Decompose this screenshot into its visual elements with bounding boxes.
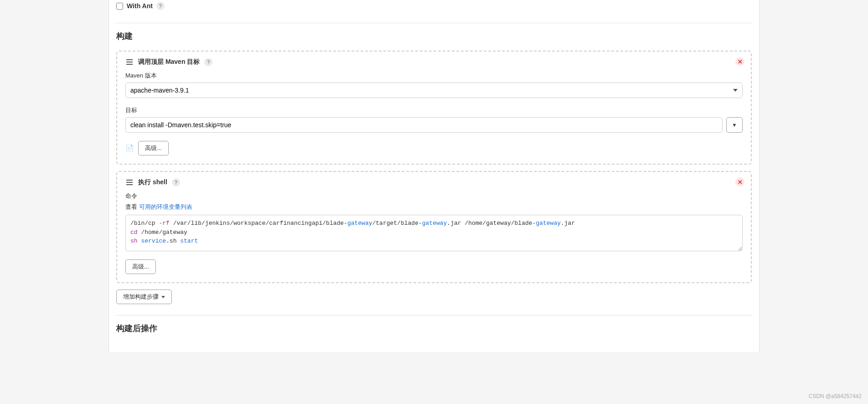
add-build-step-button[interactable]: 增加构建步骤 (116, 290, 172, 304)
maven-goal-input[interactable] (125, 117, 723, 133)
advanced-button[interactable]: 高级... (138, 141, 169, 155)
maven-version-field: Maven 版本 apache-maven-3.9.1 (125, 72, 743, 98)
maven-step-title: 调用顶层 Maven 目标 (138, 58, 200, 66)
maven-goal-label: 目标 (125, 106, 743, 114)
divider (116, 23, 752, 23)
add-build-step-label: 增加构建步骤 (123, 293, 159, 301)
drag-handle-icon[interactable] (125, 58, 134, 66)
shell-build-step: ✕ 执行 shell ? 命令 查看 可用的环境变量列表 /bin/cp -rf… (116, 171, 752, 283)
close-icon[interactable]: ✕ (735, 57, 744, 66)
shell-command-label: 命令 (125, 192, 743, 200)
maven-build-step: ✕ 调用顶层 Maven 目标 ? Maven 版本 apache-maven-… (116, 51, 752, 165)
step-header: 调用顶层 Maven 目标 ? (125, 58, 743, 66)
with-ant-row: With Ant ? (116, 0, 752, 12)
document-icon (125, 144, 134, 152)
with-ant-label: With Ant (127, 2, 153, 10)
shell-command-textarea[interactable]: /bin/cp -rf /var/lib/jenkins/workspace/c… (125, 215, 743, 251)
shell-step-title: 执行 shell (138, 178, 167, 186)
env-vars-info: 查看 可用的环境变量列表 (125, 203, 743, 211)
help-icon[interactable]: ? (204, 58, 212, 66)
maven-goal-field: 目标 ▼ (125, 106, 743, 133)
see-text: 查看 (125, 203, 137, 210)
help-icon[interactable]: ? (172, 178, 180, 186)
step-header: 执行 shell ? (125, 178, 743, 186)
build-section-title: 构建 (116, 31, 752, 41)
env-vars-link[interactable]: 可用的环境变量列表 (139, 203, 192, 210)
drag-handle-icon[interactable] (125, 179, 134, 186)
close-icon[interactable]: ✕ (735, 177, 744, 186)
divider (116, 315, 752, 316)
shell-command-field: 命令 查看 可用的环境变量列表 /bin/cp -rf /var/lib/jen… (125, 192, 743, 251)
help-icon[interactable]: ? (156, 2, 165, 10)
maven-version-label: Maven 版本 (125, 72, 743, 80)
advanced-button[interactable]: 高级... (125, 259, 156, 274)
post-build-section-title: 构建后操作 (116, 323, 752, 334)
with-ant-checkbox[interactable] (116, 3, 123, 10)
goal-dropdown-button[interactable]: ▼ (726, 117, 743, 133)
maven-version-select[interactable]: apache-maven-3.9.1 (125, 83, 743, 98)
chevron-down-icon (161, 296, 165, 298)
